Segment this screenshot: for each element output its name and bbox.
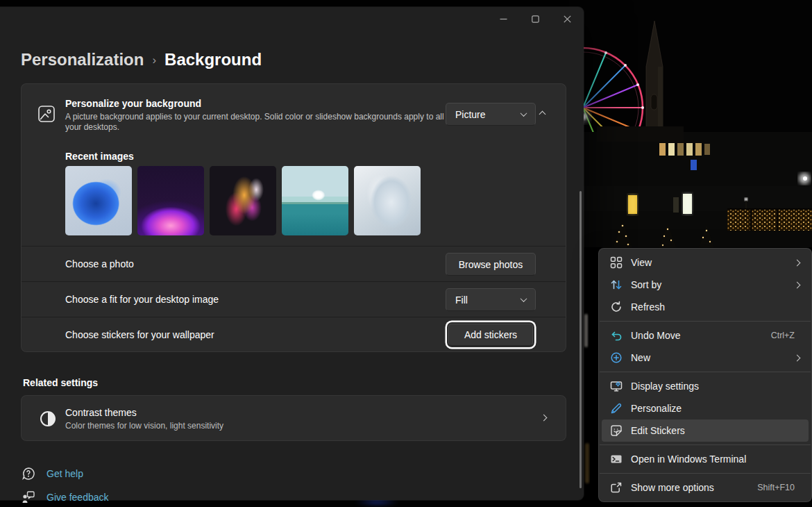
show-more-options-icon [610,481,623,494]
row-label: Choose a fit for your desktop image [65,294,219,305]
fit-dropdown[interactable]: Fill [446,288,536,311]
choose-stickers-row: Choose stickers for your wallpaper Add s… [22,317,566,352]
row-label: Choose stickers for your wallpaper [65,329,214,340]
give-feedback-link[interactable]: Give feedback [22,490,109,504]
choose-fit-row: Choose a fit for your desktop image Fill [22,281,566,317]
menu-item-new[interactable]: New [602,347,809,369]
page-title: Background [164,50,262,69]
desktop-context-menu: View Sort by Refresh Undo Move Ctrl+Z [598,248,812,502]
menu-separator [600,372,811,372]
background-settings-card: Personalize your background A picture ba… [21,83,566,352]
view-icon [610,256,623,269]
chevron-right-icon [541,415,548,422]
contrast-themes-description: Color themes for low vision, light sensi… [65,421,223,431]
submenu-chevron-icon [794,354,801,361]
edit-stickers-icon [610,424,623,437]
card-description: A picture background applies to your cur… [65,112,454,133]
breadcrumb-separator: › [152,52,156,67]
menu-item-open-in-windows-terminal[interactable]: Open in Windows Terminal [602,448,809,470]
recent-image-thumbnail-5[interactable] [354,166,421,235]
menu-item-shortcut: Ctrl+Z [771,331,795,340]
minimize-button[interactable] [487,7,519,31]
chevron-down-icon [521,295,527,302]
menu-item-edit-stickers[interactable]: Edit Stickers [602,419,809,442]
feedback-icon [22,490,35,504]
get-help-link[interactable]: Get help [22,467,83,481]
menu-item-display-settings[interactable]: Display settings [602,375,809,397]
menu-item-label: Refresh [631,301,802,313]
dropdown-value: Picture [455,109,486,120]
contrast-themes-row[interactable]: Contrast themes Color themes for low vis… [21,395,566,441]
button-label: Add stickers [464,329,517,340]
contrast-icon [40,410,56,427]
recent-image-thumbnail-3[interactable] [210,166,276,235]
menu-item-view[interactable]: View [602,251,809,274]
breadcrumb-personalization[interactable]: Personalization [21,50,144,69]
menu-item-label: Open in Windows Terminal [631,454,802,465]
close-icon [564,15,571,23]
chevron-up-icon [539,111,545,118]
get-help-label: Get help [46,468,83,479]
breadcrumb: Personalization › Background [21,50,262,69]
menu-item-label: Undo Move [631,330,771,341]
choose-photo-row: Choose a photo Browse photos [22,246,566,281]
background-type-dropdown[interactable]: Picture [446,103,536,126]
recent-image-thumbnail-4[interactable] [282,166,348,235]
browse-photos-button[interactable]: Browse photos [446,253,536,276]
new-icon [610,351,623,364]
collapse-section-button[interactable] [530,103,554,126]
minimize-icon [500,15,507,23]
personalize-background-header: Personalize your background A picture ba… [22,84,566,143]
maximize-button[interactable] [519,7,551,31]
menu-item-label: Show more options [631,482,757,493]
dropdown-value: Fill [455,294,468,306]
menu-item-undo-move[interactable]: Undo Move Ctrl+Z [602,324,809,347]
sort-icon [610,279,623,291]
undo-icon [610,329,623,342]
related-settings-heading: Related settings [23,377,98,388]
give-feedback-label: Give feedback [46,492,109,503]
menu-item-sort-by[interactable]: Sort by [602,274,809,296]
add-stickers-button[interactable]: Add stickers [448,324,533,346]
menu-item-label: Display settings [631,381,802,392]
menu-item-shortcut: Shift+F10 [757,483,795,492]
background-image-icon [37,105,56,123]
refresh-icon [610,301,623,313]
card-title: Personalize your background [65,98,201,109]
recent-image-thumbnail-2[interactable] [137,166,204,235]
menu-item-label: View [631,257,795,268]
help-icon [22,467,35,481]
personalize-icon [610,402,623,415]
recent-images-label: Recent images [65,151,134,162]
close-button[interactable] [551,7,583,31]
button-label: Browse photos [459,259,523,270]
menu-item-label: Edit Stickers [631,425,802,436]
terminal-icon [610,453,623,465]
caption-buttons [487,7,583,31]
contrast-themes-title: Contrast themes [65,407,137,418]
row-label: Choose a photo [65,258,134,269]
settings-window: Personalization › Background Personalize… [0,7,584,500]
submenu-chevron-icon [794,259,801,266]
menu-separator [600,473,811,474]
menu-separator [600,444,811,445]
recent-image-thumbnail-1[interactable] [65,166,132,235]
menu-item-refresh[interactable]: Refresh [602,296,809,318]
display-settings-icon [610,380,623,392]
maximize-icon [532,15,539,23]
recent-images-section: Recent images [22,143,566,246]
scrollbar-thumb[interactable] [580,191,582,488]
menu-item-personalize[interactable]: Personalize [602,397,809,419]
menu-item-label: New [631,352,795,363]
submenu-chevron-icon [794,281,801,288]
menu-item-label: Sort by [631,279,795,290]
menu-item-show-more-options[interactable]: Show more options Shift+F10 [602,476,809,499]
menu-separator [600,321,811,322]
chevron-down-icon [521,110,527,117]
recent-images-list [65,166,421,235]
menu-item-label: Personalize [631,403,802,414]
